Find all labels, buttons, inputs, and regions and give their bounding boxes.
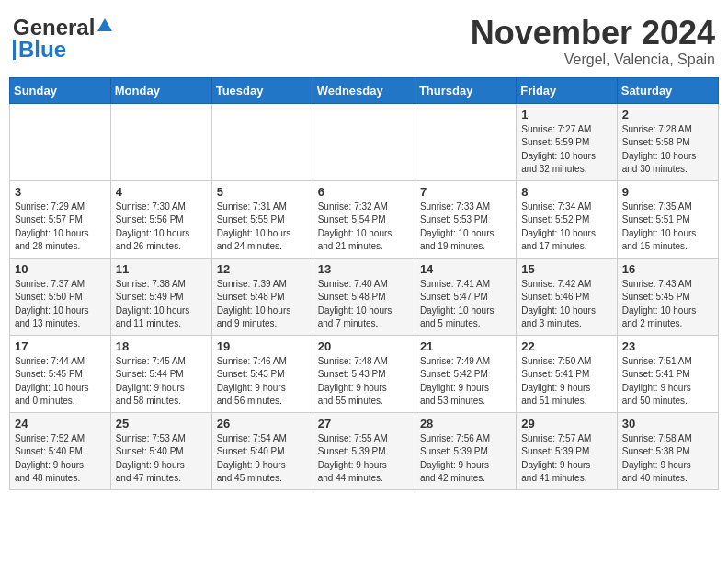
logo-icon [96,17,114,35]
weekday-header-saturday: Saturday [617,77,718,103]
week-row-2: 3Sunrise: 7:29 AM Sunset: 5:57 PM Daylig… [10,180,719,258]
day-number: 17 [15,339,106,353]
calendar-cell: 14Sunrise: 7:41 AM Sunset: 5:47 PM Dayli… [415,258,516,335]
calendar-cell [10,103,111,180]
month-title: November 2024 [471,15,715,52]
weekday-header-friday: Friday [517,77,617,103]
page-header: General Blue November 2024 Vergel, Valen… [9,9,719,74]
title-block: November 2024 Vergel, Valencia, Spain [471,15,715,68]
calendar-cell: 10Sunrise: 7:37 AM Sunset: 5:50 PM Dayli… [10,258,111,335]
day-number: 25 [116,417,207,431]
day-number: 18 [116,339,207,353]
day-info: Sunrise: 7:41 AM Sunset: 5:47 PM Dayligh… [420,278,511,331]
location-title: Vergel, Valencia, Spain [471,52,715,68]
logo-blue: Blue [18,37,66,63]
day-number: 20 [318,339,410,353]
calendar-cell: 25Sunrise: 7:53 AM Sunset: 5:40 PM Dayli… [110,412,211,489]
day-number: 5 [217,185,308,199]
day-number: 29 [521,417,611,431]
calendar-cell: 18Sunrise: 7:45 AM Sunset: 5:44 PM Dayli… [110,335,211,412]
calendar-cell: 16Sunrise: 7:43 AM Sunset: 5:45 PM Dayli… [617,258,718,335]
calendar-cell: 24Sunrise: 7:52 AM Sunset: 5:40 PM Dayli… [10,412,111,489]
calendar-cell: 5Sunrise: 7:31 AM Sunset: 5:55 PM Daylig… [211,180,313,258]
day-number: 26 [217,417,308,431]
calendar-cell: 21Sunrise: 7:49 AM Sunset: 5:42 PM Dayli… [415,335,516,412]
day-info: Sunrise: 7:52 AM Sunset: 5:40 PM Dayligh… [15,432,106,486]
calendar-cell: 4Sunrise: 7:30 AM Sunset: 5:56 PM Daylig… [110,180,211,258]
calendar-cell: 28Sunrise: 7:56 AM Sunset: 5:39 PM Dayli… [415,412,516,489]
calendar-cell [313,103,415,180]
day-number: 1 [521,108,611,121]
weekday-header-wednesday: Wednesday [313,77,415,103]
day-info: Sunrise: 7:44 AM Sunset: 5:45 PM Dayligh… [15,355,106,408]
day-info: Sunrise: 7:38 AM Sunset: 5:49 PM Dayligh… [116,278,207,331]
day-info: Sunrise: 7:27 AM Sunset: 5:59 PM Dayligh… [521,123,611,177]
week-row-1: 1Sunrise: 7:27 AM Sunset: 5:59 PM Daylig… [10,103,719,180]
calendar-cell: 7Sunrise: 7:33 AM Sunset: 5:53 PM Daylig… [415,180,516,258]
day-number: 28 [420,417,511,431]
calendar-cell: 29Sunrise: 7:57 AM Sunset: 5:39 PM Dayli… [517,412,617,489]
day-number: 6 [318,185,410,199]
calendar-cell: 17Sunrise: 7:44 AM Sunset: 5:45 PM Dayli… [10,335,111,412]
day-number: 2 [622,108,713,121]
day-info: Sunrise: 7:39 AM Sunset: 5:48 PM Dayligh… [217,278,308,331]
day-info: Sunrise: 7:55 AM Sunset: 5:39 PM Dayligh… [318,432,410,486]
day-info: Sunrise: 7:30 AM Sunset: 5:56 PM Dayligh… [116,201,207,254]
calendar-cell: 23Sunrise: 7:51 AM Sunset: 5:41 PM Dayli… [617,335,718,412]
day-info: Sunrise: 7:34 AM Sunset: 5:52 PM Dayligh… [521,201,611,254]
day-number: 4 [116,185,207,199]
calendar-cell: 11Sunrise: 7:38 AM Sunset: 5:49 PM Dayli… [110,258,211,335]
calendar-cell: 22Sunrise: 7:50 AM Sunset: 5:41 PM Dayli… [517,335,617,412]
day-number: 30 [622,417,713,431]
day-info: Sunrise: 7:37 AM Sunset: 5:50 PM Dayligh… [15,278,106,331]
week-row-3: 10Sunrise: 7:37 AM Sunset: 5:50 PM Dayli… [10,258,719,335]
day-number: 10 [15,262,106,276]
calendar-cell: 19Sunrise: 7:46 AM Sunset: 5:43 PM Dayli… [211,335,313,412]
calendar-cell: 15Sunrise: 7:42 AM Sunset: 5:46 PM Dayli… [517,258,617,335]
day-info: Sunrise: 7:56 AM Sunset: 5:39 PM Dayligh… [420,432,511,486]
day-number: 3 [15,185,106,199]
day-info: Sunrise: 7:42 AM Sunset: 5:46 PM Dayligh… [521,278,611,331]
day-info: Sunrise: 7:40 AM Sunset: 5:48 PM Dayligh… [318,278,410,331]
day-info: Sunrise: 7:35 AM Sunset: 5:51 PM Dayligh… [622,201,713,254]
day-info: Sunrise: 7:53 AM Sunset: 5:40 PM Dayligh… [116,432,207,486]
weekday-header-tuesday: Tuesday [211,77,313,103]
calendar-cell: 9Sunrise: 7:35 AM Sunset: 5:51 PM Daylig… [617,180,718,258]
calendar-cell: 13Sunrise: 7:40 AM Sunset: 5:48 PM Dayli… [313,258,415,335]
day-number: 21 [420,339,511,353]
calendar-table: SundayMondayTuesdayWednesdayThursdayFrid… [9,77,719,490]
day-info: Sunrise: 7:32 AM Sunset: 5:54 PM Dayligh… [318,201,410,254]
day-info: Sunrise: 7:31 AM Sunset: 5:55 PM Dayligh… [217,201,308,254]
day-info: Sunrise: 7:51 AM Sunset: 5:41 PM Dayligh… [622,355,713,408]
calendar-cell: 6Sunrise: 7:32 AM Sunset: 5:54 PM Daylig… [313,180,415,258]
day-number: 16 [622,262,713,276]
calendar-cell [110,103,211,180]
calendar-cell: 26Sunrise: 7:54 AM Sunset: 5:40 PM Dayli… [211,412,313,489]
calendar-cell: 3Sunrise: 7:29 AM Sunset: 5:57 PM Daylig… [10,180,111,258]
day-info: Sunrise: 7:58 AM Sunset: 5:38 PM Dayligh… [622,432,713,486]
day-number: 19 [217,339,308,353]
day-number: 24 [15,417,106,431]
svg-marker-0 [97,18,112,31]
day-number: 22 [521,339,611,353]
weekday-header-sunday: Sunday [10,77,111,103]
day-number: 8 [521,185,611,199]
day-info: Sunrise: 7:50 AM Sunset: 5:41 PM Dayligh… [521,355,611,408]
day-info: Sunrise: 7:33 AM Sunset: 5:53 PM Dayligh… [420,201,511,254]
day-number: 11 [116,262,207,276]
calendar-cell: 12Sunrise: 7:39 AM Sunset: 5:48 PM Dayli… [211,258,313,335]
calendar-cell: 27Sunrise: 7:55 AM Sunset: 5:39 PM Dayli… [313,412,415,489]
week-row-4: 17Sunrise: 7:44 AM Sunset: 5:45 PM Dayli… [10,335,719,412]
day-number: 7 [420,185,511,199]
day-info: Sunrise: 7:43 AM Sunset: 5:45 PM Dayligh… [622,278,713,331]
day-number: 23 [622,339,713,353]
day-info: Sunrise: 7:48 AM Sunset: 5:43 PM Dayligh… [318,355,410,408]
day-number: 27 [318,417,410,431]
day-number: 9 [622,185,713,199]
day-info: Sunrise: 7:46 AM Sunset: 5:43 PM Dayligh… [217,355,308,408]
weekday-header-thursday: Thursday [415,77,516,103]
calendar-cell: 30Sunrise: 7:58 AM Sunset: 5:38 PM Dayli… [617,412,718,489]
calendar-cell: 8Sunrise: 7:34 AM Sunset: 5:52 PM Daylig… [517,180,617,258]
weekday-header-monday: Monday [110,77,211,103]
day-info: Sunrise: 7:49 AM Sunset: 5:42 PM Dayligh… [420,355,511,408]
